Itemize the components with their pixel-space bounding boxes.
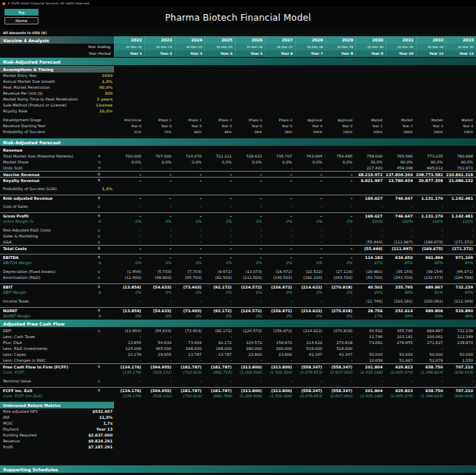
- data-cell[interactable]: -: [144, 299, 175, 303]
- data-cell[interactable]: (214.622): [295, 329, 326, 333]
- data-cell[interactable]: -: [235, 234, 265, 238]
- data-cell[interactable]: -: [355, 204, 386, 209]
- data-cell[interactable]: -: [265, 204, 295, 209]
- data-cell[interactable]: 780.968: [446, 154, 476, 158]
- data-cell[interactable]: Year 2: [386, 124, 416, 128]
- data-cell[interactable]: -: [446, 379, 476, 383]
- data-cell[interactable]: -: [114, 255, 144, 260]
- data-cell[interactable]: 252.614: [386, 309, 416, 313]
- data-cell[interactable]: 44%: [204, 130, 235, 134]
- data-cell[interactable]: Year 0: [114, 124, 144, 128]
- data-cell[interactable]: 73%: [144, 130, 175, 134]
- data-cell[interactable]: (558.347): [325, 365, 355, 369]
- data-cell[interactable]: -: [295, 178, 326, 183]
- data-cell[interactable]: (12.400): [114, 275, 144, 280]
- data-cell[interactable]: 0%: [295, 219, 326, 223]
- data-cell[interactable]: -: [265, 172, 295, 177]
- data-cell[interactable]: -: [114, 204, 144, 209]
- data-cell[interactable]: 124.000: [114, 346, 144, 351]
- data-cell[interactable]: -: [144, 334, 175, 339]
- data-cell[interactable]: 201.804: [355, 365, 386, 369]
- data-cell[interactable]: 0%: [175, 260, 205, 265]
- data-cell[interactable]: -: [265, 214, 295, 218]
- data-cell[interactable]: (2.078.653): [295, 394, 326, 398]
- year-header-cell[interactable]: 2031: [386, 36, 416, 44]
- year-header-cell[interactable]: 2033: [446, 36, 476, 44]
- data-cell[interactable]: -: [416, 346, 446, 351]
- data-cell[interactable]: 743.064: [295, 154, 326, 158]
- data-cell[interactable]: (2.005.374): [386, 394, 416, 398]
- data-cell[interactable]: -: [325, 204, 355, 209]
- data-cell[interactable]: 0%: [175, 314, 205, 318]
- year-ending-cell[interactable]: 31-Dec-33: [446, 44, 476, 50]
- data-cell[interactable]: -: [235, 228, 265, 232]
- data-cell[interactable]: 971.109: [446, 255, 476, 260]
- data-cell[interactable]: Year 0: [204, 124, 235, 128]
- data-cell[interactable]: (27.118): [325, 269, 355, 274]
- data-cell[interactable]: 271.627: [416, 340, 446, 345]
- data-cell[interactable]: Year 0: [325, 124, 355, 128]
- data-cell[interactable]: 750.495: [325, 154, 355, 158]
- data-cell[interactable]: -: [204, 228, 235, 232]
- data-cell[interactable]: (529.131): [144, 394, 175, 398]
- data-cell[interactable]: (124.572): [235, 285, 265, 289]
- data-cell[interactable]: 50.000: [386, 352, 416, 357]
- data-cell[interactable]: 634.650: [386, 255, 416, 260]
- data-cell[interactable]: -: [204, 358, 235, 363]
- year-period-cell[interactable]: Year 2: [144, 50, 175, 57]
- data-cell[interactable]: -: [325, 358, 355, 363]
- data-cell[interactable]: 732.239: [446, 285, 476, 289]
- data-cell[interactable]: -: [265, 246, 295, 251]
- data-cell[interactable]: (111.997): [386, 246, 416, 251]
- data-cell[interactable]: 429.823: [386, 388, 416, 393]
- data-cell[interactable]: (39.154): [416, 269, 446, 274]
- data-cell[interactable]: 227.400: [355, 166, 386, 170]
- data-cell[interactable]: -: [295, 240, 326, 244]
- data-cell[interactable]: (73.403): [175, 329, 205, 333]
- assumption-value-cell[interactable]: License: [83, 103, 114, 107]
- data-cell[interactable]: -: [235, 240, 265, 244]
- data-cell[interactable]: 689.867: [416, 329, 446, 333]
- data-cell[interactable]: -: [204, 204, 235, 209]
- data-cell[interactable]: 100%: [355, 219, 386, 223]
- data-cell[interactable]: (54.633): [144, 309, 175, 313]
- data-cell[interactable]: (54.633): [144, 329, 175, 333]
- data-cell[interactable]: -: [295, 234, 326, 238]
- year-ending-cell[interactable]: 31-Dec-22: [114, 44, 144, 50]
- data-cell[interactable]: Year 4: [446, 124, 476, 128]
- data-cell[interactable]: (639.414): [446, 394, 476, 398]
- data-cell[interactable]: 28.756: [355, 309, 386, 313]
- data-cell[interactable]: -: [325, 240, 355, 244]
- data-cell[interactable]: -: [175, 358, 205, 363]
- data-cell[interactable]: -: [114, 299, 144, 303]
- data-cell[interactable]: (103.181): [386, 299, 416, 303]
- data-cell[interactable]: -: [325, 246, 355, 251]
- data-cell[interactable]: -: [325, 299, 355, 303]
- data-cell[interactable]: 0%: [114, 219, 144, 223]
- year-ending-cell[interactable]: 31-Dec-26: [235, 44, 265, 50]
- data-cell[interactable]: 0,0%: [114, 160, 144, 164]
- data-cell[interactable]: -: [295, 172, 326, 177]
- data-cell[interactable]: -: [175, 178, 205, 183]
- data-cell[interactable]: (529.131): [144, 370, 175, 374]
- data-cell[interactable]: -: [355, 379, 386, 383]
- data-cell[interactable]: -: [144, 204, 175, 209]
- year-header-cell[interactable]: 2028: [295, 36, 326, 44]
- data-cell[interactable]: (639.414): [446, 370, 476, 374]
- data-cell[interactable]: 0%: [265, 219, 295, 223]
- data-cell[interactable]: Approval: [325, 118, 355, 122]
- data-cell[interactable]: 355.795: [386, 285, 416, 289]
- data-cell[interactable]: -: [175, 172, 205, 177]
- data-cell[interactable]: -: [114, 246, 144, 251]
- data-cell[interactable]: -: [295, 166, 326, 170]
- data-cell[interactable]: 10.658: [355, 358, 386, 363]
- data-cell[interactable]: -: [235, 204, 265, 209]
- data-cell[interactable]: -: [325, 334, 355, 339]
- data-cell[interactable]: 0%: [204, 219, 235, 223]
- data-cell[interactable]: Market: [446, 118, 476, 122]
- data-cell[interactable]: 278.855: [386, 340, 416, 345]
- data-cell[interactable]: 212.349: [446, 334, 476, 339]
- data-cell[interactable]: (171.372): [446, 240, 476, 244]
- data-cell[interactable]: -: [114, 358, 144, 363]
- data-cell[interactable]: -: [204, 240, 235, 244]
